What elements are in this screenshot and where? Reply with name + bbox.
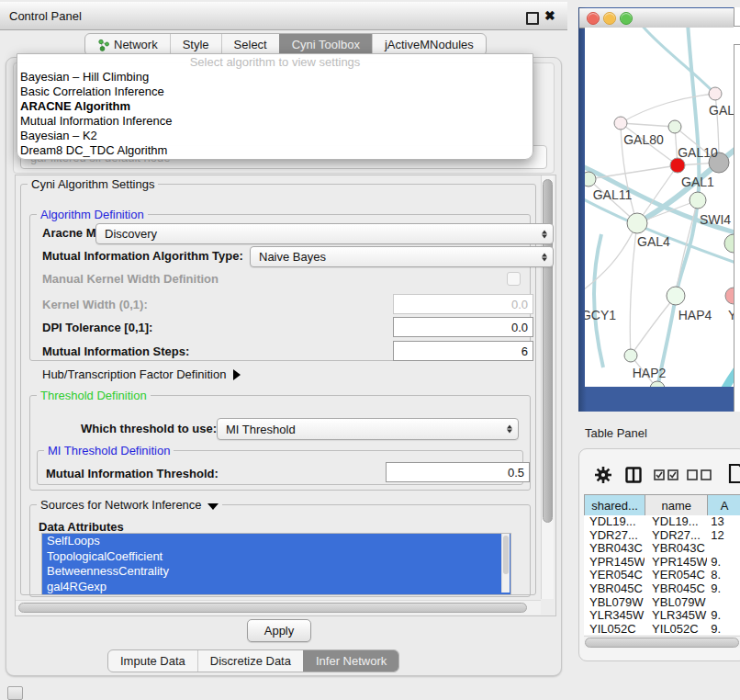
dpi-tolerance-label: DPI Tolerance [0,1]: <box>42 321 152 334</box>
manual-kernel-width-checkbox[interactable] <box>507 272 521 286</box>
collapse-arrow-icon <box>207 503 219 510</box>
tab-infer-network[interactable]: Infer Network <box>303 650 398 672</box>
attribute-item[interactable]: gal4RGexp <box>42 580 510 595</box>
mi-threshold-label: Mutual Information Threshold: <box>46 467 219 480</box>
dpi-tolerance-field[interactable]: 0.0 <box>393 317 533 337</box>
table-row[interactable]: YIL052CYIL052C9. <box>584 623 740 635</box>
node-gal11[interactable] <box>585 172 596 186</box>
dropdown-option[interactable]: Dream8 DC_TDC Algorithm <box>17 143 533 158</box>
hub-definition-expander[interactable]: Hub/Transcription Factor Definition <box>42 367 241 381</box>
aracne-mode-value: Discovery <box>105 227 157 241</box>
table-row[interactable]: YLR345WYLR345W9. <box>584 609 740 623</box>
node[interactable] <box>724 234 734 253</box>
table-row[interactable]: YBL079WYBL079W <box>584 596 740 610</box>
table-header: shared... name A <box>584 494 740 516</box>
tab-infer-network-label: Infer Network <box>316 654 387 668</box>
which-threshold-value: MI Threshold <box>226 423 296 436</box>
tab-network-label: Network <box>114 38 158 51</box>
cyni-algorithm-settings-title: Cyni Algorithm Settings <box>28 177 158 191</box>
mi-algorithm-type-combo[interactable]: Naive Bayes <box>250 246 554 267</box>
table-row[interactable]: YPR145WYPR145W9. <box>584 556 740 570</box>
dropdown-option-selected[interactable]: ARACNE Algorithm <box>17 99 533 114</box>
stepper-arrows-icon <box>542 230 547 238</box>
tab-cyni-toolbox[interactable]: Cyni Toolbox <box>279 34 372 55</box>
gear-icon[interactable] <box>594 466 612 484</box>
apply-button-label: Apply <box>264 624 295 638</box>
tab-select[interactable]: Select <box>221 34 279 55</box>
table-horizontal-scrollbar[interactable] <box>584 636 740 648</box>
node-label: HAP2 <box>633 366 667 380</box>
minimize-traffic-light-icon[interactable] <box>603 12 616 25</box>
node-label: GAL10 <box>678 145 718 160</box>
scrollbar-thumb[interactable] <box>503 536 509 574</box>
node-swi4[interactable] <box>690 192 706 209</box>
close-icon[interactable]: ✖ <box>544 9 555 22</box>
node-label: GAL1 <box>681 175 714 189</box>
node-gal1-selected[interactable] <box>670 158 685 173</box>
which-threshold-combo[interactable]: MI Threshold <box>217 418 519 440</box>
network-window-titlebar[interactable] <box>579 8 734 28</box>
data-attributes-list: SelfLoops TopologicalCoefficient Between… <box>41 533 511 595</box>
bottom-tabbar: Impute Data Discretize Data Infer Networ… <box>107 649 399 672</box>
node-hap4[interactable] <box>667 287 685 305</box>
node-gal80[interactable] <box>614 117 627 130</box>
float-window-icon[interactable] <box>526 12 539 25</box>
node-label: Y <box>728 308 734 322</box>
tab-impute-data[interactable]: Impute Data <box>108 650 197 672</box>
zoom-traffic-light-icon[interactable] <box>620 12 633 25</box>
node-label: HAP4 <box>678 308 712 322</box>
expand-arrow-icon <box>233 369 241 380</box>
attributes-list-scrollbar[interactable] <box>501 534 510 593</box>
table-row[interactable]: YDR27...YDR27...12 <box>584 529 740 543</box>
node-gal10[interactable] <box>668 120 681 133</box>
column-header-shared-name[interactable]: shared... <box>585 495 645 515</box>
screen: Control Panel ✖ Network Style Select Cyn… <box>0 0 740 700</box>
attribute-item[interactable]: BetweennessCentrality <box>42 564 510 580</box>
tab-style[interactable]: Style <box>170 34 221 55</box>
export-table-icon[interactable] <box>728 463 740 484</box>
column-header-name[interactable]: name <box>645 495 708 515</box>
kernel-width-field[interactable]: 0.0 <box>393 294 533 314</box>
mi-steps-field[interactable]: 6 <box>393 341 533 361</box>
close-traffic-light-icon[interactable] <box>587 12 600 25</box>
mi-threshold-field[interactable]: 0.5 <box>386 462 530 482</box>
split-columns-icon[interactable] <box>625 467 642 483</box>
deselect-all-columns-icon[interactable] <box>687 469 712 480</box>
sources-title-wrap[interactable]: Sources for Network Inference <box>37 498 222 512</box>
tab-impute-data-label: Impute Data <box>120 654 185 668</box>
tab-cyni-toolbox-label: Cyni Toolbox <box>292 38 360 51</box>
table-row[interactable]: YBR043CYBR043C <box>584 542 740 556</box>
kernel-width-label: Kernel Width (0,1): <box>42 298 148 311</box>
tab-discretize-data[interactable]: Discretize Data <box>197 650 303 672</box>
node[interactable] <box>709 87 722 100</box>
select-all-columns-icon[interactable] <box>654 469 679 480</box>
dropdown-option[interactable]: Bayesian – K2 <box>17 129 533 143</box>
node-salmon[interactable] <box>725 288 734 304</box>
control-panel-titlebar: Control Panel <box>0 2 567 30</box>
attribute-item[interactable]: SelfLoops <box>42 534 510 549</box>
aracne-mode-combo[interactable]: Discovery <box>95 223 554 244</box>
node-label: GCY1 <box>585 308 616 322</box>
network-canvas[interactable]: GAL GAL80 GAL10 GAL1 GAL11 SWI4 GAL4 GCY… <box>585 28 734 387</box>
settings-horizontal-scrollbar[interactable] <box>16 600 541 615</box>
apply-button[interactable]: Apply <box>247 619 311 642</box>
data-attributes-label: Data Attributes <box>39 520 124 534</box>
tab-jactivemnodules[interactable]: jActiveMNodules <box>372 34 486 55</box>
dropdown-option[interactable]: Bayesian – Hill Climbing <box>17 70 533 85</box>
table-row[interactable]: YBR045CYBR045C9. <box>584 582 740 596</box>
dropdown-option[interactable]: Basic Correlation Inference <box>17 85 533 99</box>
table-row[interactable]: YDL19...YDL19...13 <box>584 515 740 529</box>
scrollbar-thumb[interactable] <box>585 638 739 648</box>
table-row[interactable]: YER054CYER054C8. <box>584 569 740 582</box>
panel-grip[interactable] <box>7 686 23 700</box>
node-gal4[interactable] <box>627 213 647 233</box>
node-hap2[interactable] <box>624 349 637 362</box>
dropdown-option[interactable]: Mutual Information Inference <box>17 114 533 129</box>
column-header-partial[interactable]: A <box>708 495 740 515</box>
hub-definition-label: Hub/Transcription Factor Definition <box>42 367 226 381</box>
mi-threshold-value: 0.5 <box>508 466 524 480</box>
attribute-item[interactable]: TopologicalCoefficient <box>42 549 510 565</box>
algorithm-dropdown-list: Select algorithm to view settings Bayesi… <box>17 53 533 160</box>
scrollbar-thumb[interactable] <box>18 603 527 613</box>
tab-network[interactable]: Network <box>85 34 170 55</box>
